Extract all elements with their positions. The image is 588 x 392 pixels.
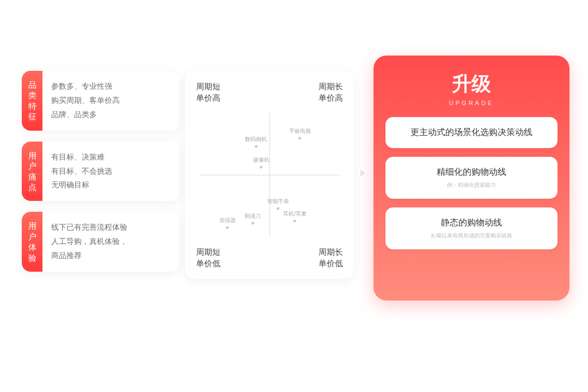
quadrant-point-5: 剃须刀 xyxy=(244,212,261,225)
upgrade-item-1: 精细化的购物动线例：精细化搜索能力 xyxy=(385,157,558,199)
quadrant-point-0: 平板电视 xyxy=(289,127,311,139)
quadrant-point-4: 耳机/耳麦 xyxy=(283,210,307,223)
left-card-body: 有目标、决策难有目标、不会挑选无明确目标 xyxy=(42,142,180,201)
upgrade-item-0: 更主动式的场景化选购决策动线 xyxy=(385,117,558,148)
quadrant-axis-horizontal xyxy=(199,175,340,175)
left-card-1: 用户痛点有目标、决策难有目标、不会挑选无明确目标 xyxy=(22,142,180,201)
left-card-tag: 用户体验 xyxy=(22,212,42,272)
upgrade-item-main: 静态的购物动线 xyxy=(393,217,550,229)
left-card-tag: 品类特征 xyxy=(22,71,42,131)
upgrade-item-sub: 例：精细化搜索能力 xyxy=(393,181,550,189)
quadrant-label-br: 周期长 单价低 xyxy=(318,246,343,269)
quadrant-label-tr: 周期长 单价高 xyxy=(318,81,343,103)
upgrade-item-main: 更主动式的场景化选购决策动线 xyxy=(393,127,550,138)
quadrant-point-1: 数码相机 xyxy=(245,135,267,148)
left-card-2: 用户体验线下已有完善流程体验人工导购，真机体验，商品推荐 xyxy=(22,212,180,272)
quadrant-point-3: 智能手表 xyxy=(267,198,289,210)
left-card-body: 线下已有完善流程体验人工导购，真机体验，商品推荐 xyxy=(42,212,180,272)
left-card-body: 参数多、专业性强购买周期、客单价高品牌、品类多 xyxy=(42,71,180,131)
arrow-icon xyxy=(360,170,365,176)
quadrant-point-2: 摄像机 xyxy=(253,156,270,169)
upgrade-item-2: 静态的购物动线长期以来电商形成的完善购买链路 xyxy=(385,207,558,249)
quadrant-label-tl: 周期短 单价高 xyxy=(196,81,220,103)
upgrade-subtitle: UPGRADE xyxy=(385,100,558,106)
left-card-0: 品类特征参数多、专业性强购买周期、客单价高品牌、品类多 xyxy=(22,71,180,131)
upgrade-card: 升级 UPGRADE 更主动式的场景化选购决策动线精细化的购物动线例：精细化搜索… xyxy=(373,56,569,301)
quadrant-point-6: 加湿器 xyxy=(219,216,236,229)
upgrade-item-main: 精细化的购物动线 xyxy=(393,167,550,178)
left-column: 品类特征参数多、专业性强购买周期、客单价高品牌、品类多用户痛点有目标、决策难有目… xyxy=(22,71,180,283)
left-card-tag: 用户痛点 xyxy=(22,142,42,201)
upgrade-item-sub: 长期以来电商形成的完善购买链路 xyxy=(393,232,550,240)
quadrant-card: 周期短 单价高 周期长 单价高 周期短 单价低 周期长 单价低 平板电视数码相机… xyxy=(185,71,354,279)
upgrade-title: 升级 xyxy=(385,71,558,97)
quadrant-label-bl: 周期短 单价低 xyxy=(196,246,220,269)
